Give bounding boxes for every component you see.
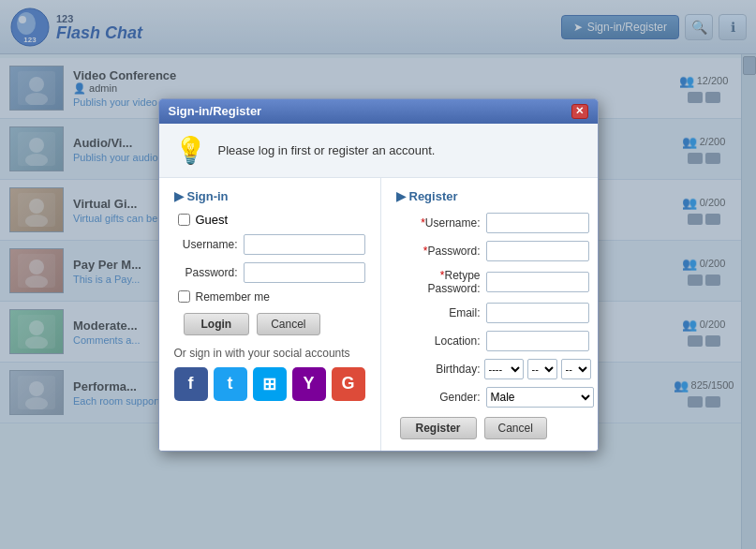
reg-cancel-button[interactable]: Cancel — [484, 417, 547, 439]
signin-dialog: Sign-in/Register ✕ 💡 Please log in first… — [158, 98, 599, 452]
reg-username-label: *Username: — [396, 216, 481, 230]
remember-checkbox[interactable] — [178, 290, 190, 303]
signin-buttons: Login Cancel — [174, 313, 365, 335]
guest-row: Guest — [174, 213, 365, 227]
login-button[interactable]: Login — [184, 313, 250, 335]
reg-birthday-label: Birthday: — [396, 363, 481, 376]
signin-panel: ▶ Sign-in Guest Username: Password: — [159, 178, 381, 451]
reg-email-input[interactable] — [486, 303, 589, 323]
dialog-titlebar: Sign-in/Register ✕ — [159, 99, 598, 124]
password-label: Password: — [174, 266, 238, 279]
register-buttons: Register Cancel — [396, 417, 594, 439]
username-input[interactable] — [244, 234, 365, 255]
username-row: Username: — [174, 234, 365, 255]
reg-email-label: Email: — [396, 306, 481, 319]
microsoft-button[interactable]: ⊞ — [253, 367, 287, 401]
register-button[interactable]: Register — [400, 417, 477, 439]
reg-location-row: Location: — [396, 331, 594, 351]
register-arrow-icon: ▶ — [396, 189, 406, 203]
google-button[interactable]: G — [332, 367, 365, 401]
dialog-close-button[interactable]: ✕ — [571, 104, 588, 119]
gender-select[interactable]: Male Female — [486, 387, 594, 408]
dialog-body: ▶ Sign-in Guest Username: Password: — [159, 178, 598, 451]
reg-password-input[interactable] — [486, 241, 589, 261]
reg-gender-label: Gender: — [396, 391, 481, 404]
password-input[interactable] — [244, 262, 365, 283]
reg-email-row: Email: — [396, 303, 594, 323]
signin-cancel-button[interactable]: Cancel — [257, 313, 319, 335]
birthday-month-select[interactable]: -- — [527, 359, 557, 379]
reg-username-input[interactable] — [486, 213, 589, 233]
dialog-message-area: 💡 Please log in first or register an acc… — [159, 124, 598, 178]
birthday-year-select[interactable]: ---- — [484, 359, 524, 379]
reg-location-label: Location: — [396, 334, 481, 348]
guest-checkbox[interactable] — [178, 214, 190, 226]
signin-section-title: ▶ Sign-in — [174, 189, 365, 203]
bulb-icon: 💡 — [174, 135, 207, 166]
dialog-message: Please log in first or register an accou… — [218, 143, 436, 157]
register-panel: ▶ Register *Username: *Password: — [381, 178, 599, 451]
facebook-button[interactable]: f — [174, 367, 208, 401]
reg-gender-row: Gender: Male Female — [396, 387, 594, 408]
modal-overlay: Sign-in/Register ✕ 💡 Please log in first… — [0, 0, 756, 549]
register-section-title: ▶ Register — [396, 189, 594, 203]
username-label: Username: — [174, 238, 238, 251]
reg-retype-row: *Retype Password: — [396, 269, 594, 295]
reg-retype-label: *Retype Password: — [396, 269, 481, 295]
yahoo-button[interactable]: Y — [292, 367, 326, 401]
reg-password-label: *Password: — [396, 245, 481, 258]
dialog-title: Sign-in/Register — [169, 104, 262, 118]
password-row: Password: — [174, 262, 365, 283]
remember-row: Remember me — [174, 290, 365, 304]
twitter-button[interactable]: t — [214, 367, 247, 401]
reg-password-row: *Password: — [396, 241, 594, 261]
social-text: Or sign in with your social accounts — [174, 347, 365, 360]
social-icons: f t ⊞ Y G — [174, 367, 365, 401]
reg-retype-input[interactable] — [486, 272, 589, 292]
reg-location-input[interactable] — [486, 331, 589, 351]
birthday-day-select[interactable]: -- — [561, 359, 591, 379]
reg-birthday-row: Birthday: ---- -- -- — [396, 359, 594, 379]
guest-label: Guest — [196, 213, 229, 227]
signin-arrow-icon: ▶ — [174, 189, 184, 203]
remember-label: Remember me — [196, 290, 270, 304]
reg-username-row: *Username: — [396, 213, 594, 233]
